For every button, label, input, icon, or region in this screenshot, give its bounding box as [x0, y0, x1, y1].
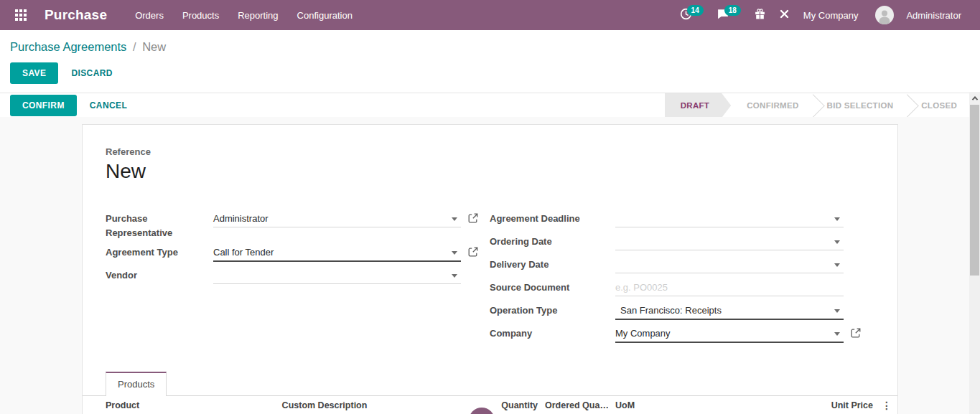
field-ordering-date: Ordering Date [490, 233, 861, 253]
grid-icon [15, 9, 27, 21]
user-avatar[interactable] [875, 6, 894, 24]
agreement-type-field[interactable]: Call for Tender [213, 244, 461, 262]
column-ordered-quantity[interactable]: Ordered Qua… [545, 400, 608, 410]
field-operation-type: Operation Type San Francisco: Receipts [490, 302, 861, 321]
external-link-icon[interactable] [468, 244, 478, 260]
vendor-field[interactable] [213, 267, 461, 284]
top-navbar: Purchase Orders Products Reporting Confi… [0, 0, 980, 30]
apps-menu-icon[interactable] [9, 3, 33, 27]
menu-products[interactable]: Products [173, 0, 228, 30]
debug-tools-button[interactable] [773, 9, 796, 22]
activities-button[interactable]: 14 [673, 8, 710, 23]
vendor-label: Vendor [106, 267, 213, 283]
main-content: Reference New Purchase Representative Ad… [0, 117, 980, 414]
chevron-up-icon [971, 96, 977, 102]
purchase-representative-field[interactable]: Administrator [213, 210, 461, 227]
dropdown-caret-icon[interactable] [834, 309, 840, 313]
field-company: Company My Company [490, 325, 861, 344]
ordering-date-label: Ordering Date [490, 233, 615, 249]
agreement-type-label: Agreement Type [106, 244, 213, 260]
column-quantity[interactable]: Quantity [401, 400, 545, 410]
statusbar: DRAFT CONFIRMED BID SELECTION CLOSED [665, 93, 969, 118]
source-document-field [615, 279, 844, 296]
operation-type-field[interactable]: San Francisco: Receipts [615, 302, 844, 320]
reference-value[interactable]: New [106, 160, 874, 183]
status-step-draft[interactable]: DRAFT [665, 93, 731, 118]
dropdown-caret-icon[interactable] [834, 332, 840, 336]
main-menu: Orders Products Reporting Configuration [126, 0, 362, 30]
optional-columns-icon[interactable]: ⋮ [882, 400, 892, 411]
delivery-date-field[interactable] [615, 256, 844, 273]
vertical-scrollbar[interactable] [969, 92, 980, 414]
form-statusbar-row: CONFIRM CANCEL DRAFT CONFIRMED BID SELEC… [0, 93, 980, 118]
tab-products[interactable]: Products [106, 372, 167, 396]
gift-button[interactable] [747, 8, 773, 23]
breadcrumb-current: New [142, 40, 166, 53]
tab-bar: Products [83, 372, 897, 396]
field-purchase-representative: Purchase Representative Administrator [106, 210, 478, 240]
confirm-button[interactable]: CONFIRM [10, 95, 77, 116]
menu-orders[interactable]: Orders [126, 0, 173, 30]
breadcrumb-separator: / [133, 40, 136, 53]
reference-label: Reference [106, 146, 874, 157]
external-link-icon[interactable] [468, 210, 478, 226]
form-sheet: Reference New Purchase Representative Ad… [82, 124, 898, 414]
breadcrumb-parent-link[interactable]: Purchase Agreements [10, 40, 126, 53]
column-product[interactable]: Product [83, 400, 248, 410]
purchase-representative-value: Administrator [213, 213, 269, 224]
user-menu[interactable]: Administrator [899, 10, 969, 21]
messages-badge: 18 [724, 5, 741, 16]
field-delivery-date: Delivery Date [490, 256, 861, 276]
source-document-label: Source Document [490, 279, 615, 295]
delivery-date-label: Delivery Date [490, 256, 615, 272]
agreement-deadline-field[interactable] [615, 210, 844, 227]
field-vendor: Vendor [106, 267, 478, 286]
navbar-right: 14 18 My Company [673, 6, 969, 24]
scrollbar-thumb[interactable] [970, 105, 979, 276]
dropdown-caret-icon[interactable] [834, 240, 840, 244]
ordering-date-field[interactable] [615, 233, 844, 250]
cancel-button[interactable]: CANCEL [90, 100, 127, 110]
control-panel-buttons: SAVE DISCARD [10, 62, 980, 93]
menu-reporting[interactable]: Reporting [228, 0, 287, 30]
field-groups: Purchase Representative Administrator Ag… [106, 210, 874, 348]
company-label: Company [490, 325, 615, 341]
dropdown-caret-icon[interactable] [834, 263, 840, 267]
agreement-deadline-label: Agreement Deadline [490, 210, 615, 226]
field-group-left: Purchase Representative Administrator Ag… [106, 210, 478, 348]
source-document-input[interactable] [615, 280, 844, 296]
operation-type-label: Operation Type [490, 302, 615, 318]
menu-configuration[interactable]: Configuration [288, 0, 362, 30]
field-agreement-deadline: Agreement Deadline [490, 210, 861, 230]
field-group-right: Agreement Deadline Ordering Date [490, 210, 861, 348]
purchase-representative-label: Purchase Representative [106, 210, 213, 240]
field-agreement-type: Agreement Type Call for Tender [106, 244, 478, 263]
external-link-icon[interactable] [851, 325, 861, 341]
save-button[interactable]: SAVE [10, 62, 58, 84]
dropdown-caret-icon[interactable] [452, 274, 457, 278]
dropdown-caret-icon[interactable] [452, 217, 457, 221]
column-uom[interactable]: UoM [608, 400, 787, 410]
dropdown-caret-icon[interactable] [452, 251, 457, 255]
control-panel: Purchase Agreements / New SAVE DISCARD [0, 30, 980, 93]
field-source-document: Source Document [490, 279, 861, 298]
dropdown-caret-icon[interactable] [834, 217, 840, 221]
app-title[interactable]: Purchase [45, 7, 107, 23]
gift-icon [754, 8, 766, 23]
scroll-up-button[interactable] [969, 92, 980, 104]
operation-type-value: San Francisco: Receipts [615, 305, 722, 316]
company-switcher[interactable]: My Company [796, 10, 866, 21]
notebook: Products Product Custom Description Quan… [83, 372, 897, 414]
column-custom-description[interactable]: Custom Description [248, 400, 401, 410]
activities-badge: 14 [687, 5, 704, 16]
column-unit-price[interactable]: Unit Price [787, 400, 873, 410]
company-field[interactable]: My Company [615, 325, 844, 343]
tools-icon [779, 9, 790, 22]
company-value: My Company [615, 328, 671, 339]
discard-button[interactable]: DISCARD [71, 68, 112, 78]
breadcrumb: Purchase Agreements / New [10, 40, 980, 54]
agreement-type-value: Call for Tender [213, 247, 274, 258]
messages-button[interactable]: 18 [710, 8, 747, 23]
